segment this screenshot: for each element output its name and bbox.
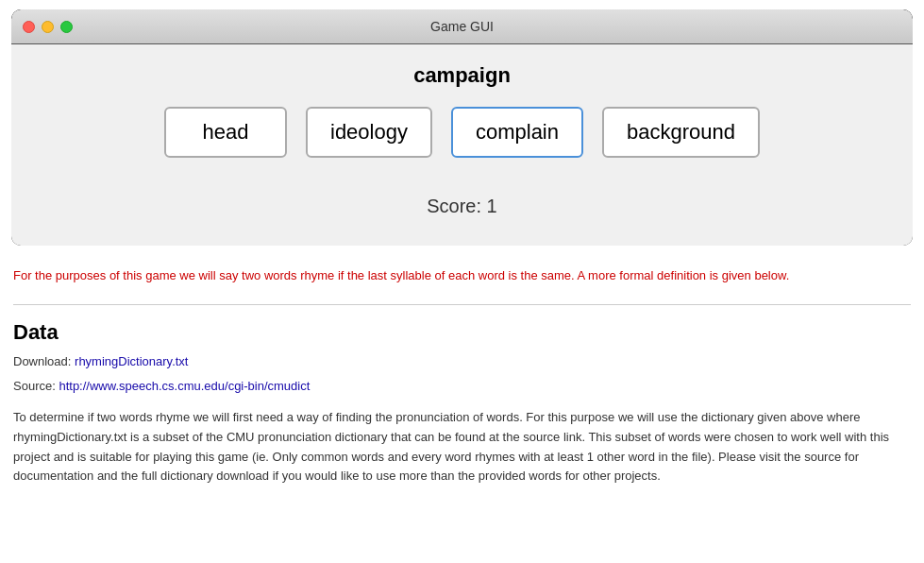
close-button[interactable] xyxy=(23,21,35,33)
download-link[interactable]: rhymingDictionary.txt xyxy=(75,354,188,368)
maximize-button[interactable] xyxy=(60,21,73,33)
data-heading: Data xyxy=(13,320,911,345)
rhyme-description: For the purposes of this game we will sa… xyxy=(13,266,911,285)
source-line: Source: http://www.speech.cs.cmu.edu/cgi… xyxy=(13,377,911,397)
download-line: Download: rhymingDictionary.txt xyxy=(13,352,911,372)
minimize-button[interactable] xyxy=(42,21,54,33)
traffic-lights xyxy=(23,21,73,33)
title-bar: Game GUI xyxy=(11,9,913,43)
game-window: Game GUI campaign head ideology complain… xyxy=(11,9,913,246)
divider xyxy=(13,304,911,305)
source-label: Source: xyxy=(13,379,56,393)
source-link[interactable]: http://www.speech.cs.cmu.edu/cgi-bin/cmu… xyxy=(59,379,310,393)
data-body-text: To determine if two words rhyme we will … xyxy=(13,408,911,486)
window-title: Game GUI xyxy=(430,19,494,34)
choice-button-ideology[interactable]: ideology xyxy=(306,107,432,158)
download-label: Download: xyxy=(13,354,71,368)
data-section: Data Download: rhymingDictionary.txt Sou… xyxy=(13,320,911,487)
choice-button-background[interactable]: background xyxy=(602,107,760,158)
choice-button-complain[interactable]: complain xyxy=(451,107,583,158)
window-content: campaign head ideology complain backgrou… xyxy=(11,43,913,246)
word-choices: head ideology complain background xyxy=(40,107,884,158)
page-content: For the purposes of this game we will sa… xyxy=(0,255,924,511)
current-word: campaign xyxy=(40,63,884,88)
choice-button-head[interactable]: head xyxy=(164,107,287,158)
score-display: Score: 1 xyxy=(40,196,884,217)
